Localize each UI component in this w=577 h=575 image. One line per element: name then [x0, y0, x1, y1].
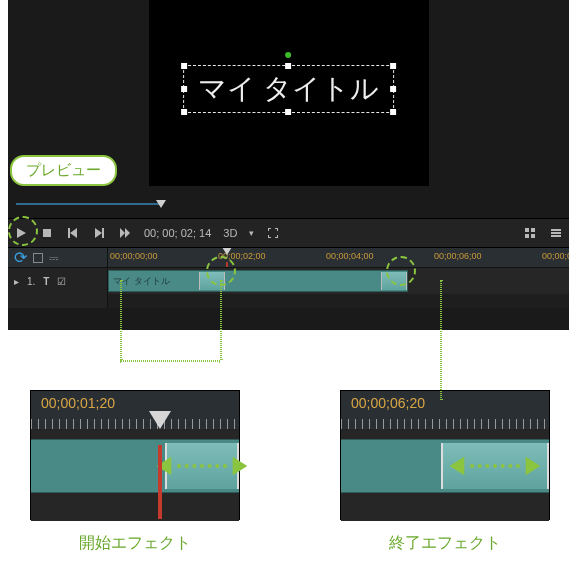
svg-marker-2	[70, 228, 77, 238]
svg-marker-18	[526, 457, 541, 475]
svg-rect-5	[102, 228, 104, 238]
highlight-play-button	[8, 216, 38, 246]
expand-icon[interactable]: ▸	[14, 276, 19, 287]
visibility-icon[interactable]: ☑	[57, 276, 66, 287]
stop-button[interactable]	[40, 226, 54, 240]
title-clip[interactable]: マイ タイトル	[108, 270, 408, 292]
resize-handle-bm[interactable]	[286, 109, 292, 115]
callout-preview: プレビュー	[10, 155, 117, 186]
highlight-out-transition	[386, 256, 416, 286]
dropdown-icon[interactable]: ▾	[249, 228, 254, 238]
svg-rect-11	[531, 234, 535, 238]
svg-marker-17	[450, 457, 465, 475]
ruler-ticks	[31, 419, 239, 429]
rotation-pivot[interactable]	[286, 52, 292, 58]
sync-icon[interactable]: ⟳	[14, 248, 27, 267]
zoom-transition-region[interactable]	[165, 443, 239, 489]
grid-view-icon[interactable]	[523, 226, 537, 240]
clip-area[interactable]: マイ タイトル	[108, 268, 569, 294]
zoom-clip[interactable]	[31, 439, 239, 493]
resize-handle-rm[interactable]	[390, 86, 396, 92]
connector-line	[220, 280, 222, 360]
mode-3d-toggle[interactable]: 3D	[223, 227, 237, 239]
zoom-clip[interactable]	[341, 439, 549, 493]
resize-handle-tr[interactable]	[390, 63, 396, 69]
svg-rect-13	[551, 232, 561, 234]
resize-handle-tl[interactable]	[181, 63, 187, 69]
transport-bar: 00; 00; 02; 14 3D ▾	[8, 218, 569, 248]
zoom-playhead[interactable]	[149, 411, 171, 429]
timeline-panel: ⟳ ⎓ ▸ 1. T ☑ 00;00;00;00 00;00;02;00 00;…	[8, 248, 569, 308]
svg-rect-14	[551, 235, 561, 237]
svg-marker-6	[120, 228, 125, 238]
svg-marker-4	[95, 228, 102, 238]
svg-rect-3	[68, 228, 70, 238]
track-index: 1.	[27, 276, 35, 287]
track-header: ⟳ ⎓ ▸ 1. T ☑	[8, 248, 108, 308]
mini-scrubber[interactable]	[16, 200, 316, 208]
drag-arrows	[153, 455, 251, 477]
ruler-ticks	[341, 419, 549, 429]
svg-marker-7	[125, 228, 130, 238]
resize-handle-tm[interactable]	[286, 63, 292, 69]
text-track-icon: T	[43, 276, 49, 287]
mini-scrubber-progress	[16, 203, 161, 205]
resize-handle-br[interactable]	[390, 109, 396, 115]
callout-preview-label: プレビュー	[26, 161, 101, 178]
zoom-label-start: 開始エフェクト	[79, 533, 191, 554]
ruler-tick: 00;00;08;10	[542, 251, 569, 261]
track-toggle-a[interactable]	[33, 253, 43, 263]
svg-rect-12	[551, 229, 561, 231]
svg-marker-16	[233, 457, 248, 475]
connector-line	[120, 360, 220, 362]
zoom-transition-region[interactable]	[441, 443, 549, 489]
ruler-tick: 00;00;04;00	[326, 251, 374, 261]
snap-icon[interactable]: ⎓	[49, 249, 59, 267]
zoom-timecode: 00;00;01;20	[41, 395, 115, 411]
zoom-panel-start: 00;00;01;20 開始エフェクト	[30, 390, 240, 520]
playhead[interactable]	[222, 248, 232, 255]
zoom-ruler[interactable]: 00;00;01;20	[31, 391, 239, 429]
step-back-button[interactable]	[66, 226, 80, 240]
connector-line	[440, 280, 442, 400]
resize-handle-lm[interactable]	[181, 86, 187, 92]
list-view-icon[interactable]	[549, 226, 563, 240]
highlight-in-transition	[206, 256, 236, 286]
resize-handle-bl[interactable]	[181, 109, 187, 115]
svg-rect-9	[531, 228, 535, 232]
fast-fwd-button[interactable]	[118, 226, 132, 240]
drag-arrows	[446, 455, 544, 477]
time-ruler[interactable]: 00;00;00;00 00;00;02;00 00;00;04;00 00;0…	[108, 248, 569, 268]
connector-line	[120, 280, 122, 360]
title-text: マイ タイトル	[198, 73, 380, 104]
ruler-tick: 00;00;00;00	[110, 251, 158, 261]
svg-rect-8	[525, 228, 529, 232]
zoom-timecode: 00;00;06;20	[351, 395, 425, 411]
mini-scrubber-thumb[interactable]	[156, 200, 166, 208]
zoom-ruler[interactable]: 00;00;06;20	[341, 391, 549, 429]
preview-canvas[interactable]: マイ タイトル	[149, 0, 429, 186]
step-fwd-button[interactable]	[92, 226, 106, 240]
title-text-box[interactable]: マイ タイトル	[183, 65, 395, 113]
zoom-label-end: 終了エフェクト	[389, 533, 501, 554]
svg-rect-10	[525, 234, 529, 238]
fullscreen-icon[interactable]	[266, 226, 280, 240]
timecode-display[interactable]: 00; 00; 02; 14	[144, 227, 211, 239]
zoom-clip-area[interactable]	[341, 429, 549, 521]
ruler-tick: 00;00;06;00	[434, 251, 482, 261]
svg-rect-1	[43, 229, 51, 237]
zoom-panel-end: 00;00;06;20 終了エフェクト	[340, 390, 550, 520]
zoom-clip-area[interactable]	[31, 429, 239, 521]
